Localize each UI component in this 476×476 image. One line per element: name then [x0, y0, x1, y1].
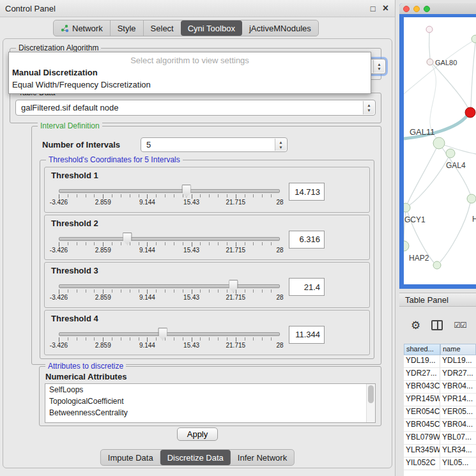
tab-impute-data[interactable]: Impute Data — [101, 450, 160, 465]
table-cell[interactable]: YLR345W — [404, 445, 440, 457]
table-row[interactable]: YBR045CYBR04... — [404, 419, 476, 432]
table-cell[interactable]: YDR27... — [440, 368, 476, 380]
tab-jactivemodules[interactable]: jActiveMNodules — [242, 20, 318, 36]
close-window-icon[interactable]: × — [383, 3, 388, 13]
threshold-1-slider[interactable]: -3.426 2.859 9.144 15.43 21.715 28 — [59, 181, 280, 207]
table-panel-title: Table Panel — [405, 295, 449, 305]
tab-style[interactable]: Style — [110, 20, 143, 36]
numerical-attributes-list[interactable]: SelfLoops TopologicalCoefficient Between… — [45, 383, 376, 423]
select-columns-icon[interactable]: ☑☑ — [454, 321, 466, 330]
float-window-icon[interactable]: □ — [371, 4, 376, 13]
tab-network[interactable]: Network — [54, 20, 110, 36]
network-edge[interactable] — [404, 40, 474, 94]
network-edge[interactable] — [408, 143, 439, 203]
table-row[interactable]: YDR27...YDR27... — [404, 368, 476, 381]
threshold-4-slider[interactable]: -3.426 2.859 9.144 15.43 21.715 28 — [59, 325, 280, 350]
threshold-2-panel: Threshold 2 -3.426 2.859 9.144 1 — [44, 215, 370, 261]
threshold-3-value-field[interactable]: 21.4 — [289, 278, 325, 296]
list-item[interactable]: SelfLoops — [45, 384, 375, 395]
combo-stepper-icon[interactable]: ▲▼ — [363, 101, 374, 114]
network-canvas[interactable]: GAL80GAL11GAL4GCY1HHAP2 — [404, 17, 476, 284]
dropdown-option-manual-discretization[interactable]: Manual Discretization — [9, 66, 371, 79]
network-node-label: HAP2 — [409, 254, 429, 263]
minimize-traffic-light-icon[interactable] — [413, 6, 420, 12]
table-cell[interactable]: YLR34... — [440, 445, 476, 457]
table-row[interactable]: YIL052CYIL05... — [404, 457, 476, 470]
table-cell[interactable]: YIL05... — [440, 457, 476, 470]
tab-cyni-toolbox[interactable]: Cyni Toolbox — [181, 20, 242, 36]
dropdown-placeholder-option[interactable]: Select algorithm to view settings — [9, 54, 371, 66]
table-cell[interactable]: YDR27... — [404, 368, 440, 380]
threshold-3-panel: Threshold 3 -3.426 2.859 9.144 1 — [44, 262, 370, 308]
table-row[interactable]: YLR345WYLR34... — [404, 445, 476, 457]
threshold-1-value-field[interactable]: 14.713 — [289, 183, 325, 201]
column-header[interactable]: shared... — [404, 344, 440, 355]
slider-track[interactable] — [59, 332, 280, 336]
list-item[interactable]: BetweennessCentrality — [45, 407, 375, 418]
table-cell[interactable]: YBL079W — [404, 432, 440, 444]
table-cell[interactable]: YBR045C — [404, 419, 440, 431]
threshold-label: Threshold 2 — [51, 219, 369, 228]
table-cell[interactable]: YBR04... — [440, 381, 476, 393]
table-cell[interactable]: YDL19... — [404, 355, 440, 367]
table-row[interactable]: YBR043CYBR04... — [404, 381, 476, 394]
threshold-3-slider[interactable]: -3.426 2.859 9.144 15.43 21.715 28 — [59, 277, 280, 302]
slider-track[interactable] — [59, 284, 280, 288]
scrollbar-thumb[interactable] — [368, 385, 374, 403]
close-traffic-light-icon[interactable] — [403, 6, 410, 12]
table-cell[interactable]: YIL052C — [404, 457, 440, 470]
network-node[interactable] — [433, 261, 441, 269]
table-cell[interactable]: YPR14... — [440, 394, 476, 406]
network-node[interactable] — [465, 107, 475, 118]
slider-track[interactable] — [59, 237, 280, 241]
tab-select[interactable]: Select — [143, 20, 181, 36]
table-cell[interactable]: YBR043C — [404, 381, 440, 393]
tab-infer-network[interactable]: Infer Network — [231, 450, 294, 465]
network-edge[interactable] — [440, 203, 470, 262]
combo-stepper-icon[interactable]: ▲▼ — [373, 60, 385, 73]
group-title: Attributes to discretize — [45, 362, 126, 371]
slider-track[interactable] — [59, 189, 280, 193]
column-header[interactable]: name — [440, 344, 476, 355]
tab-discretize-data[interactable]: Discretize Data — [160, 450, 231, 465]
network-node-label: GCY1 — [404, 215, 426, 224]
zoom-traffic-light-icon[interactable] — [424, 6, 430, 12]
network-window-titlebar[interactable] — [399, 3, 476, 14]
table-row[interactable]: YDL19...YDL19... — [404, 355, 476, 368]
table-cell[interactable]: YBL07... — [440, 432, 476, 444]
table-row[interactable]: YPR145WYPR14... — [404, 394, 476, 406]
threshold-2-slider[interactable]: -3.426 2.859 9.144 15.43 21.715 28 — [59, 229, 280, 255]
number-of-intervals-combobox[interactable]: 5 ▲▼ — [141, 137, 288, 152]
table-cell[interactable]: YPR145W — [404, 394, 440, 406]
threshold-2-value-field[interactable]: 6.316 — [289, 231, 325, 249]
network-node[interactable] — [404, 241, 409, 251]
combo-stepper-icon[interactable]: ▲▼ — [275, 139, 286, 151]
network-edge[interactable] — [429, 33, 430, 59]
gear-icon[interactable]: ⚙ — [411, 320, 420, 331]
network-edge[interactable] — [471, 43, 475, 107]
network-node[interactable] — [404, 203, 410, 212]
network-node[interactable] — [472, 35, 476, 43]
network-node[interactable] — [426, 26, 433, 33]
table-data-group: Table Data galFiltered.sif default node … — [10, 93, 381, 123]
table-row[interactable]: YBL079WYBL07... — [404, 432, 476, 445]
list-item[interactable]: TopologicalCoefficient — [45, 395, 375, 407]
algorithm-dropdown-popup: Select algorithm to view settings Manual… — [8, 52, 371, 94]
table-row[interactable]: YER054CYER05... — [404, 406, 476, 419]
list-scrollbar[interactable] — [366, 384, 375, 422]
threshold-4-value-field[interactable]: 11.344 — [289, 326, 325, 344]
table-cell[interactable]: YDL19... — [440, 355, 476, 367]
network-edge[interactable] — [433, 64, 468, 109]
table-cell[interactable]: YER054C — [404, 406, 440, 418]
network-node[interactable] — [446, 149, 455, 158]
dropdown-option-equal-width[interactable]: Equal Width/Frequency Discretization — [9, 79, 371, 91]
table-cell[interactable]: YER05... — [440, 406, 476, 418]
network-node[interactable] — [433, 137, 445, 149]
table-cell[interactable]: YBR04... — [440, 419, 476, 431]
network-node[interactable] — [467, 194, 476, 203]
tab-label: Cyni Toolbox — [188, 24, 235, 33]
table-data-combobox[interactable]: galFiltered.sif default node ▲▼ — [15, 100, 376, 116]
columns-icon[interactable] — [431, 320, 443, 330]
apply-button[interactable]: Apply — [177, 427, 219, 441]
network-node[interactable] — [427, 59, 433, 65]
